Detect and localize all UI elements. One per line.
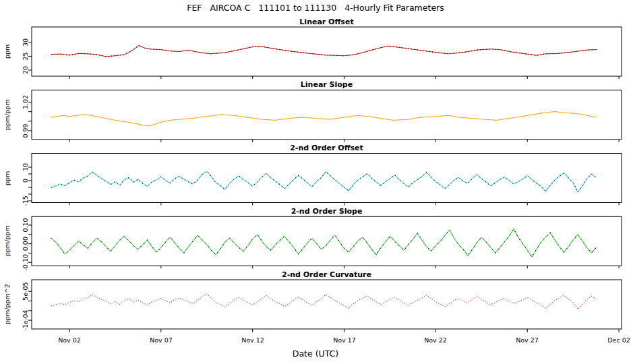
y-tick-label: 20 — [22, 66, 29, 74]
y-tick-label: 0.10 — [22, 218, 29, 232]
y-tick-label: -1e-04 — [22, 310, 29, 331]
panel-box-2nd-order-curvature — [32, 280, 622, 329]
series-points-2nd-order-slope — [51, 229, 596, 257]
y-tick-label: 5e-05 — [22, 282, 29, 300]
y-tick-label: 30 — [22, 38, 29, 47]
series-2nd-order-slope — [51, 229, 596, 257]
y-tick-label: 25 — [22, 52, 29, 60]
y-tick-label: -15 — [22, 195, 29, 206]
series-2nd-order-offset — [51, 171, 596, 192]
plot-canvas: 2025300.991.02-15010-0.100.000.10-1e-045… — [0, 0, 631, 364]
y-tick-label: 0.00 — [22, 237, 29, 251]
y-tick-label: 10 — [22, 163, 29, 171]
panel-box-2nd-order-slope — [32, 216, 622, 266]
panel-box-linear-offset — [32, 27, 622, 76]
figure-root: FEF AIRCOA C 111101 to 111130 4-Hourly F… — [0, 0, 631, 364]
y-tick-label: 0 — [22, 179, 29, 183]
y-tick-label: 0.99 — [22, 123, 29, 138]
panel-box-2nd-order-offset — [32, 154, 622, 203]
series-linear-slope — [51, 112, 597, 126]
series-2nd-order-curvature — [51, 295, 596, 309]
y-tick-label: 1.02 — [22, 95, 29, 109]
series-linear-offset — [51, 46, 597, 57]
y-tick-label: -0.10 — [22, 254, 29, 271]
